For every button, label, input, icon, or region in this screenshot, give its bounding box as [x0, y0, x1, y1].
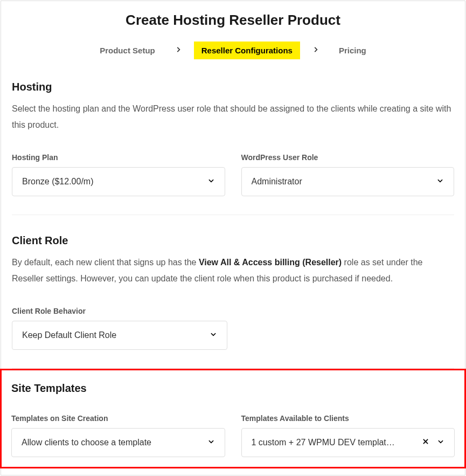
- hosting-section-title: Hosting: [12, 81, 454, 93]
- hosting-plan-value: Bronze ($12.00/m): [22, 177, 94, 187]
- client-role-behavior-value: Keep Default Client Role: [22, 330, 116, 340]
- chevron-down-icon: [437, 438, 444, 447]
- hosting-plan-label: Hosting Plan: [12, 153, 225, 162]
- wp-role-value: Administrator: [252, 177, 302, 187]
- chevron-down-icon: [207, 438, 215, 447]
- page-title: Create Hosting Reseller Product: [1, 12, 465, 29]
- client-role-section-title: Client Role: [12, 234, 454, 247]
- client-role-section-desc: By default, each new client that signs u…: [12, 254, 454, 287]
- step-reseller-configurations[interactable]: Reseller Configurations: [194, 42, 300, 59]
- templates-available-value: 1 custom + 27 WPMU DEV templat…: [252, 438, 395, 447]
- templates-creation-label: Templates on Site Creation: [11, 414, 225, 423]
- divider: [12, 215, 454, 215]
- templates-available-label: Templates Available to Clients: [241, 414, 455, 423]
- site-templates-section-title: Site Templates: [11, 382, 455, 395]
- site-templates-highlight: Site Templates Templates on Site Creatio…: [0, 369, 466, 468]
- step-product-setup[interactable]: Product Setup: [92, 42, 163, 59]
- client-role-behavior-label: Client Role Behavior: [12, 307, 227, 315]
- client-role-desc-bold: View All & Access billing (Reseller): [199, 258, 342, 267]
- wizard-steps: Product Setup Reseller Configurations Pr…: [1, 42, 465, 59]
- clear-icon[interactable]: [422, 438, 429, 447]
- chevron-down-icon: [436, 177, 444, 187]
- hosting-section-desc: Select the hosting plan and the WordPres…: [12, 101, 454, 134]
- chevron-right-icon: [312, 46, 319, 56]
- chevron-right-icon: [175, 46, 182, 56]
- templates-creation-value: Allow clients to choose a template: [22, 438, 151, 447]
- step-pricing[interactable]: Pricing: [331, 42, 374, 59]
- templates-creation-select[interactable]: Allow clients to choose a template: [11, 428, 225, 457]
- templates-available-select[interactable]: 1 custom + 27 WPMU DEV templat…: [241, 428, 455, 457]
- client-role-desc-pre: By default, each new client that signs u…: [12, 258, 199, 267]
- client-role-behavior-select[interactable]: Keep Default Client Role: [12, 321, 227, 350]
- chevron-down-icon: [207, 177, 215, 187]
- chevron-down-icon: [210, 330, 217, 340]
- wp-role-select[interactable]: Administrator: [241, 167, 455, 196]
- wp-role-label: WordPress User Role: [241, 153, 455, 162]
- hosting-plan-select[interactable]: Bronze ($12.00/m): [12, 167, 225, 196]
